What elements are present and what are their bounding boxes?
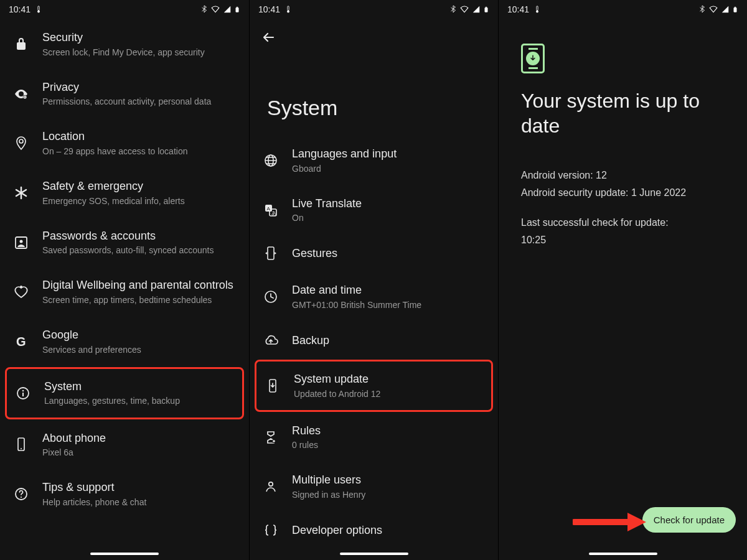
system-update-panel: 10:41 Your system is up to date Android … [498, 0, 747, 560]
item-subtitle: Screen time, app timers, bedtime schedul… [42, 294, 233, 306]
status-bar: 10:41 [250, 0, 498, 19]
panel1-item-safety-emergency[interactable]: Safety & emergencyEmergency SOS, medical… [5, 169, 244, 217]
wifi-icon [210, 5, 220, 14]
item-title: System [44, 380, 180, 394]
bluetooth-icon [698, 5, 706, 14]
item-title: Privacy [42, 80, 211, 95]
panel2-item-developer-options[interactable]: Developer options [255, 512, 493, 548]
braces-icon [263, 523, 278, 538]
panel1-item-about-phone[interactable]: About phonePixel 6a [5, 421, 244, 469]
status-icons [449, 5, 489, 14]
item-subtitle: Signed in as Henry [292, 489, 365, 500]
back-button[interactable] [260, 29, 277, 46]
check-for-update-button[interactable]: Check for update [642, 507, 736, 533]
bluetooth-icon [449, 5, 457, 14]
down-arrow-icon [529, 54, 537, 63]
update-phone-icon [521, 44, 545, 73]
wifi-icon [708, 5, 718, 14]
item-title: Live Translate [292, 197, 362, 211]
phone-a-icon [14, 437, 29, 452]
update-info-block: Android version: 12 Android security upd… [521, 168, 725, 248]
nav-pill[interactable] [589, 553, 657, 555]
panel2-item-multiple-users[interactable]: Multiple usersSigned in as Henry [255, 462, 493, 511]
panel2-item-rules[interactable]: Rules0 rules [255, 413, 493, 462]
item-title: Developer options [292, 523, 382, 538]
heart-icon [14, 284, 29, 299]
cloud-up-icon [263, 333, 278, 348]
status-icons [698, 5, 738, 14]
item-title: Languages and input [292, 147, 397, 161]
panel1-item-security[interactable]: SecurityScreen lock, Find My Device, app… [5, 20, 244, 68]
back-arrow-icon [261, 30, 276, 45]
item-title: Tips & support [42, 480, 146, 495]
item-title: Location [42, 129, 187, 144]
panel1-item-system[interactable]: SystemLanguages, gestures, time, backup [5, 367, 244, 419]
item-title: System update [294, 372, 380, 386]
panel1-item-location[interactable]: LocationOn – 29 apps have access to loca… [5, 119, 244, 167]
signal-icon [472, 5, 481, 14]
item-title: Date and time [292, 283, 421, 297]
svg-rect-26 [236, 7, 239, 12]
android-version-line: Android version: 12 [521, 168, 725, 183]
svg-rect-27 [237, 6, 238, 7]
item-subtitle: Services and preferences [42, 344, 141, 355]
status-time: 10:41 [258, 4, 280, 14]
panel2-item-backup[interactable]: Backup [255, 322, 493, 358]
nav-pill[interactable] [340, 553, 408, 555]
status-time: 10:41 [507, 4, 529, 14]
help-icon [14, 487, 29, 502]
item-subtitle: Saved passwords, auto-fill, synced accou… [42, 245, 214, 256]
info-icon [16, 386, 31, 401]
item-subtitle: On [292, 212, 362, 223]
gesture-icon [263, 246, 278, 261]
page-title: System [250, 52, 498, 135]
nav-pill[interactable] [90, 553, 159, 555]
clock-icon [263, 289, 278, 304]
item-subtitle: Permissions, account activity, personal … [42, 96, 211, 107]
google-icon [14, 334, 29, 349]
item-subtitle: 0 rules [292, 439, 321, 450]
panel1-item-tips-support[interactable]: Tips & supportHelp articles, phone & cha… [5, 470, 244, 518]
pin-icon [14, 136, 29, 151]
item-title: Security [42, 30, 205, 45]
item-subtitle: Languages, gestures, time, backup [44, 395, 180, 406]
item-title: Digital Wellbeing and parental controls [42, 278, 233, 292]
system-list: Languages and inputGboardLive TranslateO… [250, 136, 498, 556]
panel1-item-google[interactable]: GoogleServices and preferences [5, 317, 244, 366]
item-title: Safety & emergency [42, 179, 185, 194]
svg-rect-31 [735, 6, 736, 7]
panel2-item-languages-and-input[interactable]: Languages and inputGboard [255, 136, 493, 185]
rules-icon [263, 430, 278, 445]
thermometer-icon [284, 5, 293, 14]
item-subtitle: Help articles, phone & chat [42, 497, 146, 508]
item-subtitle: Screen lock, Find My Device, app securit… [42, 47, 205, 58]
signal-icon [223, 5, 232, 14]
security-update-line: Android security update: 1 June 2022 [521, 185, 725, 200]
panel2-item-gestures[interactable]: Gestures [255, 235, 493, 271]
item-title: Rules [292, 424, 321, 438]
thermometer-icon [34, 5, 43, 14]
item-title: Google [42, 328, 141, 342]
item-title: Backup [292, 334, 329, 348]
globe-icon [263, 153, 278, 168]
panel1-item-passwords-accounts[interactable]: Passwords & accountsSaved passwords, aut… [5, 218, 244, 267]
settings-main-panel: 10:41 SecurityScreen lock, Find My Devic… [0, 0, 249, 560]
panel2-item-system-update[interactable]: System updateUpdated to Android 12 [255, 360, 493, 412]
item-subtitle: GMT+01:00 British Summer Time [292, 299, 421, 310]
item-title: Passwords & accounts [42, 229, 214, 243]
panel2-item-live-translate[interactable]: Live TranslateOn [255, 186, 493, 235]
item-title: About phone [42, 431, 106, 446]
annotation-arrow [573, 510, 647, 534]
lock-icon [14, 37, 29, 52]
svg-rect-28 [485, 7, 488, 12]
account-box-icon [14, 235, 29, 250]
battery-icon [234, 5, 240, 14]
person-icon [263, 479, 278, 494]
thermometer-icon [533, 5, 542, 14]
item-subtitle: Pixel 6a [42, 447, 106, 458]
panel2-item-date-and-time[interactable]: Date and timeGMT+01:00 British Summer Ti… [255, 273, 493, 321]
bluetooth-icon [200, 5, 208, 14]
item-title: Gestures [292, 246, 337, 261]
panel1-item-privacy[interactable]: PrivacyPermissions, account activity, pe… [5, 70, 244, 118]
panel1-item-digital-wellbeing-and-parental-controls[interactable]: Digital Wellbeing and parental controlsS… [5, 268, 244, 316]
